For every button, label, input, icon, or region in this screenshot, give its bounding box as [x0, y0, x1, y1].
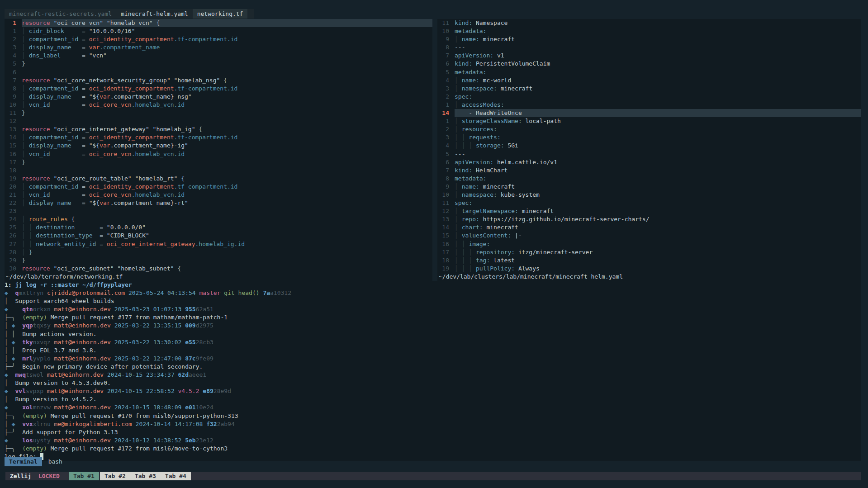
shell-label[interactable]: bash [48, 457, 62, 466]
statusline-path-terraform: ~/dev/lab/terraform/networking.tf [5, 273, 432, 281]
terminal-mode-row: Terminal bash [5, 457, 62, 466]
code-line: 7resource "oci_core_network_security_gro… [5, 76, 432, 85]
zellij-logo: Zellij [10, 472, 31, 480]
code-line: 2spec: [437, 93, 861, 101]
code-line: ◆ qtnorkxn matt@einhorn.dev 2025-03-23 0… [5, 305, 861, 313]
code-line: 9│ name: minecraft [437, 35, 861, 43]
jj-log-output: 1: jj log -r ::master ~/d/ffpyplayer◆ qm… [5, 281, 861, 461]
editor-pane-helm-yaml[interactable]: 11kind: Namespace10metadata:9│ name: min… [437, 19, 861, 281]
code-line: 11spec: [437, 199, 861, 207]
zellij-session: minecraft-restic-secrets.yaml minecraft-… [0, 0, 868, 488]
code-line: 8metadata: [437, 175, 861, 183]
buffer-tab-networking[interactable]: networking.tf [193, 9, 248, 19]
code-line: 4│ name: mc-world [437, 76, 861, 85]
terminal-pane-title: 1: jj log -r ::master ~/d/ffpyplayer [5, 281, 861, 289]
code-line: │ │ Drop EOL 3.7 and 3.8. [5, 346, 861, 355]
terminal-prompt: log file: [5, 453, 861, 461]
code-line: │ Bump version to 4.5.3.dev0. [5, 379, 861, 387]
code-line: 25│ │ destination = "0.0.0.0/0" [5, 223, 432, 232]
code-line: ├─╮ (empty) Merge pull request #177 from… [5, 313, 861, 322]
code-line: 16│ │ image: [437, 240, 861, 248]
code-line: 1resource "oci_core_vcn" "homelab_vcn" { [5, 19, 432, 27]
code-line: 5metadata: [437, 68, 861, 76]
editor-pane-terraform[interactable]: 1resource "oci_core_vcn" "homelab_vcn" {… [5, 19, 432, 281]
terminal-pane-jj-log[interactable]: 1: jj log -r ::master ~/d/ffpyplayer◆ qm… [5, 281, 861, 461]
code-line: ├─╯ Add support for Python 3.13 [5, 428, 861, 436]
code-line: 11} [5, 109, 432, 117]
code-line: 12 [5, 117, 432, 125]
code-line: │ Support aarch64 wheel builds [5, 297, 861, 305]
code-line: │ ◆ tkynxvqz matt@einhorn.dev 2025-03-22… [5, 338, 861, 346]
zellij-tab-4[interactable]: Tab #4 [161, 472, 191, 480]
code-line: 7kind: HelmChart [437, 166, 861, 175]
code-line: 18 [5, 166, 432, 175]
code-line: 21│ vcn_id = oci_core_vcn.homelab_vcn.id [5, 191, 432, 199]
code-line: │ ◆ vvxxlrnu me@mirkogalimberti.com 2024… [5, 420, 861, 428]
code-line: 19resource "oci_core_route_table" "homel… [5, 175, 432, 183]
zellij-tab-3[interactable]: Tab #3 [130, 472, 161, 480]
code-line: 16│ vcn_id = oci_core_vcn.homelab_vcn.id [5, 150, 432, 158]
code-line: │ Bump version to v4.5.2. [5, 395, 861, 403]
code-line: 10│ namespace: kube-system [437, 191, 861, 199]
code-lines-helm-yaml: 11kind: Namespace10metadata:9│ name: min… [437, 19, 861, 273]
buffer-tab-minecraft-helm[interactable]: minecraft-helm.yaml [116, 9, 193, 19]
code-line: 6 [5, 68, 432, 76]
code-line: 4│ dns_label = "vcn" [5, 52, 432, 60]
code-line: 4│ │ │ storage: 5Gi [437, 142, 861, 150]
code-line: 27│ │ network_entity_id = oci_core_inter… [5, 240, 432, 248]
code-line: 8--- [437, 43, 861, 52]
code-line: 14│ - ReadWriteOnce [437, 109, 861, 117]
code-line: │ ◆ yqptqxsy matt@einhorn.dev 2025-03-22… [5, 322, 861, 330]
code-line: 6kind: PersistentVolumeClaim [437, 60, 861, 68]
zellij-mode-indicator: LOCKED [38, 472, 60, 480]
code-line: 11kind: Namespace [437, 19, 861, 27]
code-line: │ │ Bump actions version. [5, 330, 861, 338]
code-line: 19│ │ │ pullPolicy: Always [437, 265, 861, 273]
code-line: 17} [5, 158, 432, 166]
code-line: 23 [5, 207, 432, 215]
editor-bufferline: minecraft-restic-secrets.yaml minecraft-… [5, 9, 254, 19]
code-lines-terraform: 1resource "oci_core_vcn" "homelab_vcn" {… [5, 19, 432, 273]
code-line: 1│ storageClassName: local-path [437, 117, 861, 125]
code-line: ├─╮ (empty) Merge pull request #170 from… [5, 412, 861, 420]
code-line: 30resource "oci_core_subnet" "homelab_su… [5, 265, 432, 273]
code-line: 13resource "oci_core_internet_gateway" "… [5, 125, 432, 133]
code-line: 1│ accessModes: [437, 101, 861, 109]
code-line: │ ◆ mrlyvplo matt@einhorn.dev 2025-03-22… [5, 355, 861, 363]
code-line: 6apiVersion: helm.cattle.io/v1 [437, 158, 861, 166]
code-line: 15│ display_name = "${var.compartment_na… [5, 142, 432, 150]
code-line: 26│ │ destination_type = "CIDR_BLOCK" [5, 232, 432, 240]
code-line: 10metadata: [437, 27, 861, 35]
code-line: ◆ xolmnzvw matt@einhorn.dev 2024-10-15 1… [5, 403, 861, 412]
code-line: 2│ compartment_id = oci_identity_compart… [5, 35, 432, 43]
code-line: 3│ │ requests: [437, 133, 861, 142]
zellij-inactive-tabs: Tab #2 Tab #3 Tab #4 [100, 472, 191, 480]
code-line: 9│ name: minecraft [437, 183, 861, 191]
code-line: 3│ display_name = var.compartment_name [5, 43, 432, 52]
code-line: ◆ vvlsvpxp matt@einhorn.dev 2024-10-15 2… [5, 387, 861, 395]
statusline-path-helm-yaml: ~/dev/lab/clusters/lab/minecraft/minecra… [437, 273, 861, 281]
buffer-tab-minecraft-restic-secrets[interactable]: minecraft-restic-secrets.yaml [5, 9, 116, 19]
code-line: 2│ resources: [437, 125, 861, 133]
code-line: 1│ cidr_block = "10.0.0.0/16" [5, 27, 432, 35]
code-line: 20│ compartment_id = oci_identity_compar… [5, 183, 432, 191]
code-line: ◆ losuysty matt@einhorn.dev 2024-10-12 1… [5, 436, 861, 445]
zellij-tab-1[interactable]: Tab #1 [69, 472, 99, 480]
zellij-tab-2[interactable]: Tab #2 [100, 472, 130, 480]
terminal-mode-chip[interactable]: Terminal [5, 457, 42, 466]
code-line: 28│ } [5, 248, 432, 256]
code-line: 18│ │ │ tag: latest [437, 256, 861, 265]
code-line: ◆ mwqtswol matt@einhorn.dev 2024-10-15 2… [5, 371, 861, 379]
zellij-status-bar: Zellij LOCKED Tab #1 Tab #2 Tab #3 Tab #… [5, 472, 861, 480]
code-line: ├─╯ Begin new primary device after poten… [5, 363, 861, 371]
code-line: 14│ compartment_id = oci_identity_compar… [5, 133, 432, 142]
code-line: 9│ display_name = "${var.compartment_nam… [5, 93, 432, 101]
code-line: 17│ │ │ repository: itzg/minecraft-serve… [437, 248, 861, 256]
code-line: 5} [5, 60, 432, 68]
bufferline-cap [247, 9, 254, 19]
code-line: 13│ repo: https://itzg.github.io/minecra… [437, 215, 861, 223]
code-line: 24│ route_rules { [5, 215, 432, 223]
code-line: 8│ compartment_id = oci_identity_compart… [5, 85, 432, 93]
code-line: 22│ display_name = "${var.compartment_na… [5, 199, 432, 207]
code-line: 29} [5, 256, 432, 265]
